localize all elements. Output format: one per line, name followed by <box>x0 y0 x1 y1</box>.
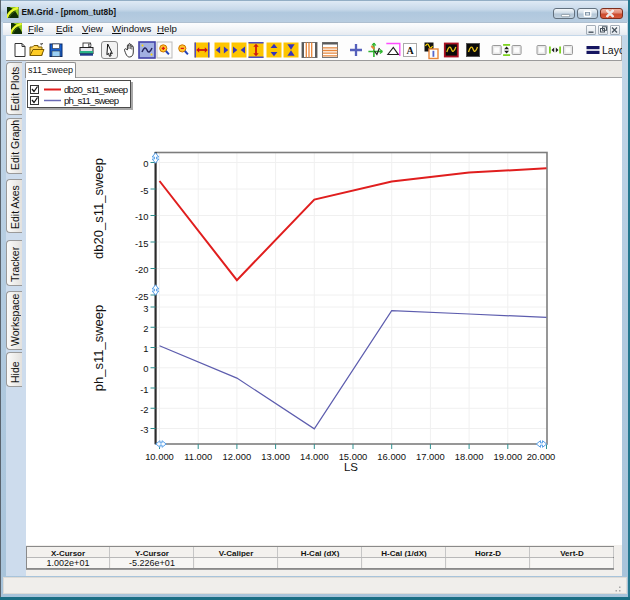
svg-text:0: 0 <box>143 158 148 169</box>
svg-text:12.000: 12.000 <box>223 451 252 462</box>
svg-text:2: 2 <box>143 323 148 334</box>
svg-text:-2: -2 <box>140 404 148 415</box>
svg-text:-20: -20 <box>135 264 149 275</box>
svg-text:ph_s11_sweep: ph_s11_sweep <box>64 95 119 106</box>
svg-text:16.000: 16.000 <box>377 451 406 462</box>
svg-text:Layout: Layout <box>602 43 622 55</box>
svg-text:13.000: 13.000 <box>261 451 290 462</box>
svg-text:10.000: 10.000 <box>145 451 174 462</box>
svg-text:1: 1 <box>143 343 148 354</box>
svg-text:A: A <box>406 45 414 56</box>
svg-text:15.000: 15.000 <box>339 451 368 462</box>
svg-text:19.000: 19.000 <box>493 451 522 462</box>
svg-text:db20_s11_sweep: db20_s11_sweep <box>64 84 128 95</box>
svg-text:ph_s11_sweep: ph_s11_sweep <box>91 305 106 392</box>
svg-text:18.000: 18.000 <box>455 451 484 462</box>
svg-text:14.000: 14.000 <box>300 451 329 462</box>
svg-text:LS: LS <box>344 461 358 473</box>
svg-text:-5: -5 <box>140 185 148 196</box>
svg-text:-15: -15 <box>135 238 149 249</box>
svg-text:17.000: 17.000 <box>416 451 445 462</box>
svg-text:-10: -10 <box>135 211 149 222</box>
svg-text:20.000: 20.000 <box>527 451 556 462</box>
svg-text:-1: -1 <box>140 384 148 395</box>
svg-text:3: 3 <box>143 303 148 314</box>
svg-text:db20_s11_sweep: db20_s11_sweep <box>91 158 106 259</box>
svg-text:11.000: 11.000 <box>184 451 212 462</box>
svg-text:-25: -25 <box>135 291 149 302</box>
svg-text:0: 0 <box>143 363 148 374</box>
svg-text:-3: -3 <box>140 424 148 435</box>
